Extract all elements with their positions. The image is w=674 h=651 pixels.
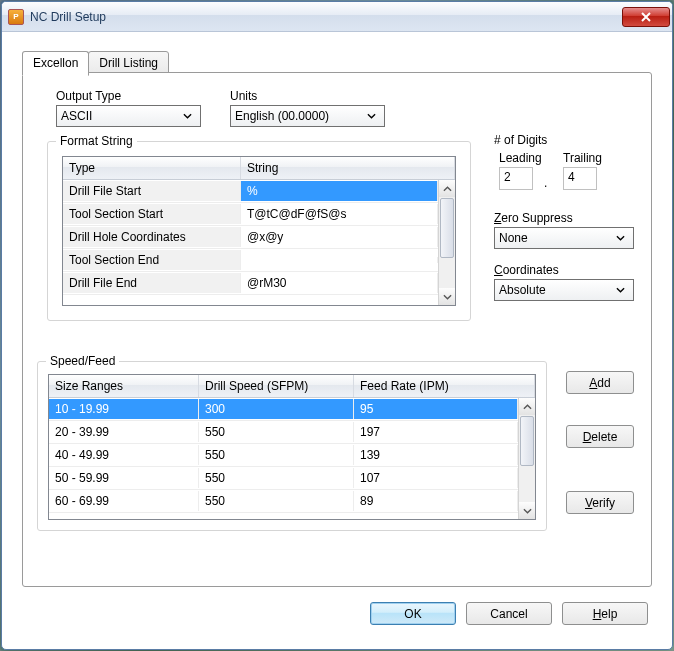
leading-label: Leading bbox=[499, 151, 542, 165]
coordinates-value: Absolute bbox=[499, 283, 611, 297]
speed-feed-table[interactable]: Size Ranges Drill Speed (SFPM) Feed Rate… bbox=[48, 374, 536, 520]
close-icon bbox=[640, 12, 652, 22]
chevron-down-icon bbox=[362, 106, 380, 126]
col-string[interactable]: String bbox=[241, 157, 455, 179]
dot-separator: . bbox=[544, 176, 547, 190]
table-row[interactable]: 20 - 39.99 550 197 bbox=[49, 421, 518, 444]
ok-button[interactable]: OK bbox=[370, 602, 456, 625]
table-row[interactable]: 40 - 49.99 550 139 bbox=[49, 444, 518, 467]
tab-excellon[interactable]: Excellon bbox=[22, 51, 89, 76]
scroll-up-icon[interactable] bbox=[439, 180, 455, 197]
chevron-down-icon bbox=[611, 228, 629, 248]
col-speed[interactable]: Drill Speed (SFPM) bbox=[199, 375, 354, 397]
col-feed[interactable]: Feed Rate (IPM) bbox=[354, 375, 535, 397]
help-button[interactable]: Help bbox=[562, 602, 648, 625]
scroll-up-icon[interactable] bbox=[519, 398, 535, 415]
app-icon: P bbox=[8, 9, 24, 25]
scroll-thumb[interactable] bbox=[520, 416, 534, 466]
digits-legend: # of Digits bbox=[494, 133, 547, 147]
scrollbar[interactable] bbox=[438, 180, 455, 305]
table-row[interactable]: 60 - 69.99 550 89 bbox=[49, 490, 518, 513]
format-string-group: Format String Type String Drill File Sta… bbox=[47, 141, 471, 321]
verify-button[interactable]: Verify bbox=[566, 491, 634, 514]
zero-suppress-value: None bbox=[499, 231, 611, 245]
table-row[interactable]: Drill Hole Coordinates @x@y bbox=[63, 226, 438, 249]
cancel-button[interactable]: Cancel bbox=[466, 602, 552, 625]
chevron-down-icon bbox=[611, 280, 629, 300]
add-button[interactable]: Add bbox=[566, 371, 634, 394]
titlebar[interactable]: P NC Drill Setup bbox=[2, 2, 672, 32]
format-string-table[interactable]: Type String Drill File Start % Tool Sect… bbox=[62, 156, 456, 306]
format-string-legend: Format String bbox=[56, 134, 137, 148]
zero-suppress-label: Zero Suppress bbox=[494, 211, 573, 225]
dialog-buttons: OK Cancel Help bbox=[370, 602, 648, 625]
output-type-select[interactable]: ASCII bbox=[56, 105, 201, 127]
units-value: English (00.0000) bbox=[235, 109, 362, 123]
format-rows: Drill File Start % Tool Section Start T@… bbox=[63, 180, 438, 305]
output-type-value: ASCII bbox=[61, 109, 178, 123]
table-row[interactable]: Drill File Start % bbox=[63, 180, 438, 203]
chevron-down-icon bbox=[178, 106, 196, 126]
col-type[interactable]: Type bbox=[63, 157, 241, 179]
output-type-label: Output Type bbox=[56, 89, 121, 103]
close-button[interactable] bbox=[622, 7, 670, 27]
coordinates-label: Coordinates bbox=[494, 263, 559, 277]
col-size[interactable]: Size Ranges bbox=[49, 375, 199, 397]
speed-feed-legend: Speed/Feed bbox=[46, 354, 119, 368]
table-row[interactable]: 50 - 59.99 550 107 bbox=[49, 467, 518, 490]
trailing-label: Trailing bbox=[563, 151, 602, 165]
trailing-input[interactable]: 4 bbox=[563, 167, 597, 190]
tab-panel-excellon: Output Type ASCII Units English (00.0000… bbox=[22, 72, 652, 587]
table-row[interactable]: 10 - 19.99 300 95 bbox=[49, 398, 518, 421]
units-label: Units bbox=[230, 89, 257, 103]
units-select[interactable]: English (00.0000) bbox=[230, 105, 385, 127]
coordinates-select[interactable]: Absolute bbox=[494, 279, 634, 301]
scroll-thumb[interactable] bbox=[440, 198, 454, 258]
speed-feed-group: Speed/Feed Size Ranges Drill Speed (SFPM… bbox=[37, 361, 547, 531]
dialog-window: P NC Drill Setup Excellon Drill Listing … bbox=[1, 1, 673, 650]
table-row[interactable]: Tool Section End bbox=[63, 249, 438, 272]
table-row[interactable]: Tool Section Start T@tC@dF@fS@s bbox=[63, 203, 438, 226]
delete-button[interactable]: Delete bbox=[566, 425, 634, 448]
scroll-down-icon[interactable] bbox=[439, 288, 455, 305]
leading-input[interactable]: 2 bbox=[499, 167, 533, 190]
scrollbar[interactable] bbox=[518, 398, 535, 519]
table-row[interactable]: Drill File End @rM30 bbox=[63, 272, 438, 295]
zero-suppress-select[interactable]: None bbox=[494, 227, 634, 249]
scroll-down-icon[interactable] bbox=[519, 502, 535, 519]
window-title: NC Drill Setup bbox=[30, 10, 622, 24]
